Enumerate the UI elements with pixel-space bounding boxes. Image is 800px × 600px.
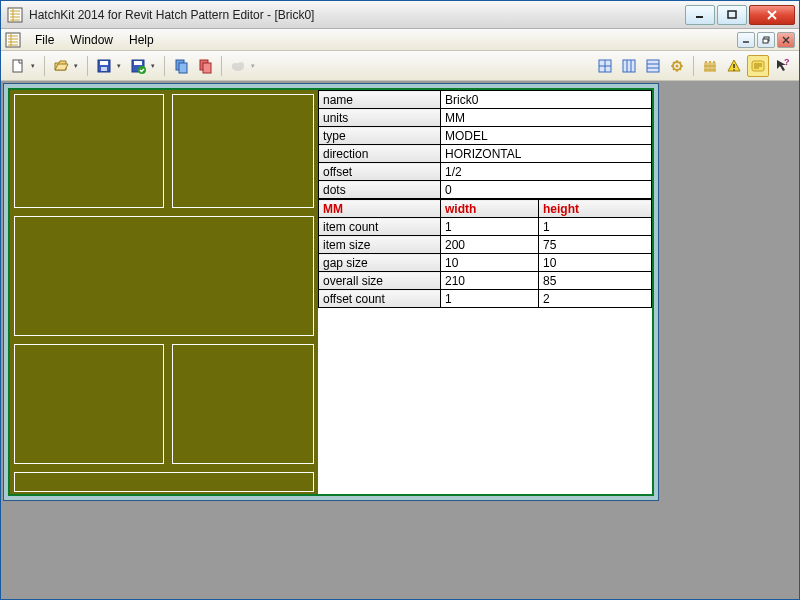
property-value[interactable]: MODEL <box>441 127 652 145</box>
svg-point-19 <box>232 63 238 69</box>
property-row: nameBrick0 <box>319 91 652 109</box>
copy-icon[interactable] <box>170 55 192 77</box>
mdi-close-button[interactable] <box>777 32 795 48</box>
paste-red-icon[interactable] <box>194 55 216 77</box>
save-green-icon[interactable] <box>127 55 149 77</box>
svg-point-31 <box>676 64 679 67</box>
grid-blue-icon[interactable] <box>594 55 616 77</box>
property-label: direction <box>319 145 441 163</box>
new-dropdown[interactable]: ▾ <box>31 62 39 70</box>
toolbar-right: ? <box>594 55 793 77</box>
dimension-width-value[interactable]: 1 <box>441 290 539 308</box>
property-value[interactable]: 0 <box>441 181 652 199</box>
window-title: HatchKit 2014 for Revit Hatch Pattern Ed… <box>29 8 683 22</box>
menu-file[interactable]: File <box>27 31 62 49</box>
property-label: units <box>319 109 441 127</box>
svg-rect-12 <box>134 61 142 65</box>
svg-text:?: ? <box>784 58 790 67</box>
dim-unit-header: MM <box>319 200 441 218</box>
dimension-height-value[interactable]: 2 <box>539 290 652 308</box>
open-icon[interactable] <box>50 55 72 77</box>
svg-rect-27 <box>647 60 659 72</box>
property-value[interactable]: 1/2 <box>441 163 652 181</box>
svg-point-33 <box>733 69 735 71</box>
gear-icon[interactable] <box>666 55 688 77</box>
note-icon[interactable] <box>747 55 769 77</box>
warning-icon[interactable] <box>723 55 745 77</box>
document-frame: nameBrick0unitsMMtypeMODELdirectionHORIZ… <box>3 83 659 501</box>
dimension-row: item size20075 <box>319 236 652 254</box>
dimension-row: offset count12 <box>319 290 652 308</box>
open-dropdown[interactable]: ▾ <box>74 62 82 70</box>
maximize-button[interactable] <box>717 5 747 25</box>
fence-icon[interactable] <box>699 55 721 77</box>
property-label: offset <box>319 163 441 181</box>
dimension-width-value[interactable]: 10 <box>441 254 539 272</box>
brick-cell <box>14 344 164 464</box>
svg-rect-17 <box>203 63 211 73</box>
menubar: File Window Help <box>1 29 799 51</box>
dimension-label: gap size <box>319 254 441 272</box>
property-value[interactable]: Brick0 <box>441 91 652 109</box>
save-dropdown[interactable]: ▾ <box>117 62 125 70</box>
dimension-width-value[interactable]: 210 <box>441 272 539 290</box>
workspace: nameBrick0unitsMMtypeMODELdirectionHORIZ… <box>1 81 799 599</box>
property-row: unitsMM <box>319 109 652 127</box>
document-inner: nameBrick0unitsMMtypeMODELdirectionHORIZ… <box>8 88 654 496</box>
dim-width-header: width <box>441 200 539 218</box>
brick-cell <box>172 94 314 208</box>
pattern-canvas[interactable] <box>10 90 318 494</box>
brick-cell <box>14 94 164 208</box>
brick-cell <box>14 472 314 492</box>
dimension-row: overall size21085 <box>319 272 652 290</box>
minimize-button[interactable] <box>685 5 715 25</box>
property-label: name <box>319 91 441 109</box>
property-value[interactable]: MM <box>441 109 652 127</box>
property-label: dots <box>319 181 441 199</box>
grid-cols-icon[interactable] <box>618 55 640 77</box>
dimension-height-value[interactable]: 10 <box>539 254 652 272</box>
menu-window[interactable]: Window <box>62 31 121 49</box>
save-icon[interactable] <box>93 55 115 77</box>
separator <box>221 56 222 76</box>
toolbar: ▾ ▾ ▾ ▾ ▾ ? <box>1 51 799 81</box>
mdi-app-icon <box>5 32 21 48</box>
properties-panel: nameBrick0unitsMMtypeMODELdirectionHORIZ… <box>318 90 652 494</box>
svg-rect-24 <box>623 60 635 72</box>
properties-table: nameBrick0unitsMMtypeMODELdirectionHORIZ… <box>318 90 652 199</box>
separator <box>164 56 165 76</box>
dim-height-header: height <box>539 200 652 218</box>
dimension-label: offset count <box>319 290 441 308</box>
dimension-height-value[interactable]: 85 <box>539 272 652 290</box>
svg-rect-10 <box>101 67 107 71</box>
mdi-restore-button[interactable] <box>757 32 775 48</box>
property-value[interactable]: HORIZONTAL <box>441 145 652 163</box>
dimension-width-value[interactable]: 200 <box>441 236 539 254</box>
cloud-icon[interactable] <box>227 55 249 77</box>
dimension-label: item size <box>319 236 441 254</box>
dimension-height-value[interactable]: 75 <box>539 236 652 254</box>
property-label: type <box>319 127 441 145</box>
mdi-controls <box>737 32 795 48</box>
property-row: directionHORIZONTAL <box>319 145 652 163</box>
property-row: typeMODEL <box>319 127 652 145</box>
app-icon <box>7 7 23 23</box>
dimension-label: overall size <box>319 272 441 290</box>
brick-cell <box>172 344 314 464</box>
dimension-height-value[interactable]: 1 <box>539 218 652 236</box>
dimensions-table: MM width height item count11item size200… <box>318 199 652 308</box>
window-controls <box>683 5 795 25</box>
mdi-minimize-button[interactable] <box>737 32 755 48</box>
cloud-dropdown[interactable]: ▾ <box>251 62 259 70</box>
close-button[interactable] <box>749 5 795 25</box>
menu-help[interactable]: Help <box>121 31 162 49</box>
dimension-width-value[interactable]: 1 <box>441 218 539 236</box>
dimension-label: item count <box>319 218 441 236</box>
save-green-dropdown[interactable]: ▾ <box>151 62 159 70</box>
grid-rows-icon[interactable] <box>642 55 664 77</box>
help-arrow-icon[interactable]: ? <box>771 55 793 77</box>
svg-rect-15 <box>179 63 187 73</box>
new-icon[interactable] <box>7 55 29 77</box>
svg-point-20 <box>238 62 244 68</box>
svg-rect-2 <box>728 11 736 18</box>
